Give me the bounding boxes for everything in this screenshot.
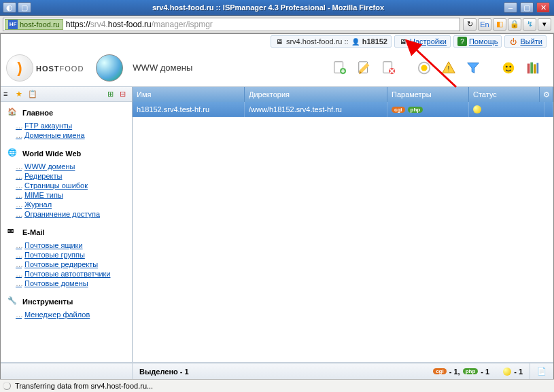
collapse-all-icon[interactable]: ⊟ [120, 90, 129, 99]
export-icon[interactable]: 📄 [537, 367, 547, 376]
sidebar-item[interactable]: Почтовые домены [16, 279, 132, 288]
php-count: - 1 [481, 368, 489, 376]
dropdown-icon[interactable]: ▾ [538, 18, 551, 31]
bulb-icon [473, 105, 481, 113]
edit-button[interactable] [356, 60, 373, 76]
svg-rect-14 [537, 63, 539, 73]
sidebar-item[interactable]: WWW домены [16, 162, 132, 171]
settings-icon: 🖥 [398, 37, 408, 46]
site-identity-badge[interactable]: HF host-food.ru [5, 19, 63, 30]
help-icon: ? [457, 37, 467, 46]
lock-icon: 🔒 [508, 18, 521, 31]
url-text: https://srv4.host-food.ru/manager/ispmgr [66, 20, 213, 29]
user-name: h18152 [362, 37, 387, 46]
svg-rect-11 [527, 63, 530, 73]
bulb-icon [503, 368, 511, 376]
column-params[interactable]: Параметры [387, 87, 469, 102]
logout-link[interactable]: Выйти [520, 37, 542, 46]
window-restore-button[interactable]: ▢ [18, 2, 31, 13]
sidebar-item[interactable]: Журнал [16, 200, 132, 209]
sidebar-section-tools[interactable]: 🔧Инструменты [3, 293, 132, 310]
sidebar-item[interactable]: Менеджер файлов [16, 310, 132, 319]
sidebar-item[interactable]: Почтовые группы [16, 250, 132, 260]
svg-point-10 [509, 65, 511, 67]
delete-button[interactable] [381, 60, 397, 76]
site-identity-label: host-food.ru [20, 20, 60, 29]
brand-logo: ) HOSTFOOD [6, 54, 84, 82]
clipboard-icon[interactable]: 📋 [28, 90, 37, 99]
svg-point-6 [421, 65, 427, 71]
close-button[interactable]: ✕ [536, 2, 550, 13]
window-title: srv4.host-food.ru :: ISPmanager 4.3 Prof… [33, 3, 504, 12]
sidebar-section-globe[interactable]: 🌐World Wide Web [3, 145, 132, 162]
sidebar-item[interactable]: Редиректы [16, 171, 132, 181]
cgi-badge-icon: cgi [392, 107, 405, 113]
filter-button[interactable] [465, 60, 481, 76]
column-status[interactable]: Статус [469, 87, 540, 102]
sidebar-item[interactable]: Почтовые автоответчики [16, 269, 132, 279]
warning-button[interactable]: ! [440, 60, 457, 76]
php-badge-icon: php [408, 107, 423, 113]
library-button[interactable] [525, 60, 541, 76]
toggle-button[interactable] [416, 60, 432, 76]
selected-count: Выделено - 1 [139, 368, 189, 376]
throbber-icon [3, 382, 11, 390]
sidebar-item[interactable]: Доменные имена [16, 130, 132, 140]
nav-list-icon[interactable]: ≡ [3, 90, 13, 99]
sidebar-item[interactable]: Ограничение доступа [16, 209, 132, 219]
window-menu-button[interactable]: ◐ [3, 2, 16, 13]
lightning-icon[interactable]: ↯ [523, 18, 536, 31]
address-bar[interactable]: HF host-food.ru https://srv4.host-food.r… [3, 18, 460, 31]
server-label: srv4.host-food.ru :: [286, 37, 349, 46]
php-badge-icon: php [463, 368, 479, 374]
new-button[interactable] [332, 60, 348, 76]
sidebar-item[interactable]: Почтовые редиректы [16, 260, 132, 269]
tools-icon: 🔧 [7, 296, 18, 307]
sidebar-section-home[interactable]: 🏠Главное [3, 105, 132, 121]
star-icon[interactable]: ★ [16, 90, 25, 99]
sidebar-item[interactable]: Страницы ошибок [16, 181, 132, 190]
face-button[interactable] [500, 60, 517, 76]
section-title: WWW домены [133, 63, 192, 73]
site-favicon: HF [8, 20, 18, 29]
mail-icon: ✉ [7, 227, 18, 238]
logout-icon: ⏻ [508, 37, 518, 46]
svg-point-9 [506, 65, 508, 67]
column-name[interactable]: Имя [133, 87, 245, 102]
server-icon: 🖥 [275, 37, 284, 46]
refresh-button[interactable]: ↻ [463, 18, 477, 31]
column-settings-icon[interactable]: ⚙ [540, 87, 553, 102]
cgi-badge-icon: cgi [433, 368, 447, 374]
minimize-button[interactable]: – [504, 2, 517, 13]
maximize-button[interactable]: ▢ [520, 2, 534, 13]
column-dir[interactable]: Директория [245, 87, 387, 102]
toolbar: ! [332, 60, 548, 76]
svg-rect-13 [534, 64, 536, 73]
sidebar-item[interactable]: Почтовые ящики [16, 240, 132, 250]
sidebar-item[interactable]: MIME типы [16, 190, 132, 200]
sidebar-item[interactable]: FTP аккаунты [16, 121, 132, 130]
svg-rect-12 [530, 62, 533, 73]
translate-icon[interactable]: En [478, 18, 491, 31]
expand-all-icon[interactable]: ⊞ [107, 90, 117, 99]
bulb-count: - 1 [514, 368, 523, 376]
settings-link[interactable]: Настройки [410, 37, 447, 46]
home-icon: 🏠 [7, 107, 18, 118]
feed-icon[interactable]: ◧ [493, 18, 506, 31]
svg-point-8 [503, 62, 515, 73]
globe-icon [96, 54, 123, 82]
user-icon: 👤 [351, 37, 360, 46]
globe-icon: 🌐 [7, 148, 18, 159]
svg-text:!: ! [448, 65, 450, 72]
cgi-count: - 1, [449, 368, 460, 376]
status-text: Transferring data from srv4.host-food.ru… [15, 382, 153, 390]
help-link[interactable]: Помощь [469, 37, 498, 46]
sidebar-section-mail[interactable]: ✉E-Mail [3, 224, 132, 240]
table-row[interactable]: h18152.srv4.test-hf.ru /www/h18152.srv4.… [133, 102, 553, 117]
